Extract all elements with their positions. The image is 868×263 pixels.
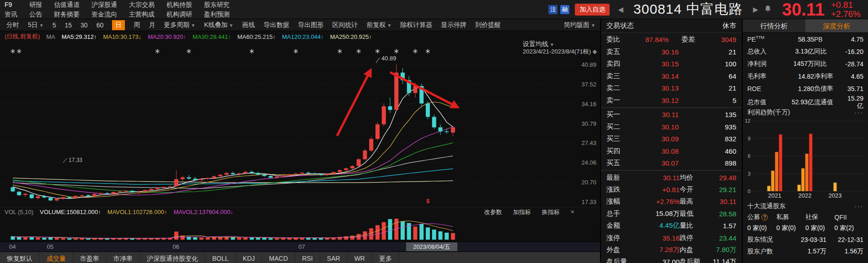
toolbar-到价提醒[interactable]: 到价提醒 — [475, 21, 501, 29]
menu-item-0-2[interactable]: 估值通道 — [54, 0, 80, 10]
time-axis[interactable]: 2023/08/04/五 04050607 — [0, 242, 600, 252]
next-stock-arrow-icon[interactable]: ▶ — [753, 5, 758, 14]
stat-label: 量比 — [680, 221, 708, 230]
indicator-tab-成交量[interactable]: 成交量 — [40, 252, 73, 263]
ma-label: MA — [46, 33, 55, 40]
toolbar-前复权[interactable]: 前复权▼ — [366, 21, 391, 29]
app-root: F9研报估值通道沪深股通大宗交易机构持股股东研究资讯公告财务摘要资金流向主营构成… — [0, 0, 868, 263]
kline-chart-svg[interactable]: 40.8937.5234.1630.7927.4324.0620.7017.33… — [0, 42, 600, 207]
axis-tick-04: 04 — [9, 243, 16, 250]
prev-stock-arrow-icon[interactable]: ◀ — [618, 5, 623, 14]
toolbar-15[interactable]: 15 — [65, 21, 72, 29]
add-watchlist-button[interactable]: 加入自选 — [575, 4, 610, 16]
menu-item-0-0[interactable]: F9 — [5, 0, 17, 10]
menu-item-0-6[interactable]: 股东研究 — [204, 0, 230, 10]
indicator-tab-RSI[interactable]: RSI — [295, 252, 320, 263]
ma-value-2: MA20:30.920↑ — [148, 33, 186, 40]
menu-item-1-6[interactable]: 盈利预测 — [204, 10, 230, 19]
tab-行情分析[interactable]: 行情分析 — [743, 19, 805, 32]
divider — [601, 107, 742, 108]
finance-label: PB — [814, 36, 842, 43]
volume-chart-svg[interactable] — [0, 217, 600, 240]
finance-value: 4.75 — [842, 36, 863, 43]
stat-value: 4.45亿 — [632, 221, 680, 230]
ask-volume: 21 — [679, 84, 736, 92]
ask-label: 卖二 — [606, 84, 633, 92]
vol-action-换指标[interactable]: 换指标 — [542, 208, 560, 216]
chevron-down-icon: ▼ — [387, 23, 391, 28]
more-options-icon[interactable]: ··· — [854, 109, 863, 116]
toolbar-画线[interactable]: 画线 — [242, 21, 255, 29]
indicator-tab-BOLL[interactable]: BOLL — [205, 252, 236, 263]
finance-row-0: PETTM58.35PB4.75 — [743, 33, 868, 45]
menu-item-0-4[interactable]: 大宗交易 — [129, 0, 155, 10]
holder-col-社保: 社保 — [805, 213, 835, 221]
holder-info-label: 股东情况 — [747, 236, 789, 244]
tab-深度分析[interactable]: 深度分析 — [805, 19, 868, 32]
toolbar-月[interactable]: 月 — [149, 21, 155, 29]
ask-label: 卖一 — [606, 96, 633, 105]
menu-item-1-2[interactable]: 财务摘要 — [54, 10, 80, 19]
svg-text:34.16: 34.16 — [581, 101, 596, 107]
toolbar-导出数据[interactable]: 导出数据 — [263, 21, 289, 29]
toolbar-30[interactable]: 30 — [80, 21, 88, 29]
vol-action-改参数[interactable]: 改参数 — [484, 208, 502, 216]
menu-item-1-4[interactable]: 主营构成 — [129, 10, 155, 19]
indicator-tab-KDJ[interactable]: KDJ — [236, 252, 262, 263]
stat-value: 29.48 — [708, 174, 736, 182]
quote-stats: 最新30.11均价29.48涨跌+0.81今开29.21涨幅+2.76%最高30… — [601, 172, 742, 263]
toolbar-K线叠加[interactable]: K线叠加▼ — [204, 21, 233, 29]
indicator-tab-MACD[interactable]: MACD — [262, 252, 295, 263]
menu-item-0-5[interactable]: 机构持股 — [166, 0, 192, 10]
holder-val-2: 0 家(0) — [805, 224, 835, 232]
more-options-icon[interactable]: ··· — [854, 203, 863, 210]
menu-item-0-1[interactable]: 研报 — [29, 0, 42, 10]
event-marker-icon — [357, 49, 361, 54]
toolbar-显示停牌[interactable]: 显示停牌 — [441, 21, 466, 29]
bid-price: 30.08 — [633, 147, 679, 155]
menu-item-1-1[interactable]: 公告 — [29, 10, 42, 19]
toolbar-日[interactable]: 日 — [112, 20, 125, 30]
svg-text:0: 0 — [748, 188, 750, 194]
menu-item-1-0[interactable]: 资讯 — [5, 10, 17, 19]
finance-value: 58.35 — [776, 36, 814, 43]
bid-levels: 买一30.11135买二30.10935买三30.09832买四30.08460… — [601, 109, 742, 170]
indicator-tab-市净率[interactable]: 市净率 — [107, 252, 140, 263]
bid-label: 买一 — [606, 110, 633, 119]
svg-text:9: 9 — [748, 136, 750, 141]
indicator-tab-SAR[interactable]: SAR — [320, 252, 348, 263]
stat-label: 今开 — [680, 185, 708, 194]
toolbar-5[interactable]: 5 — [53, 21, 56, 29]
help-icon[interactable]: ? — [761, 214, 768, 220]
simple-layout-dropdown[interactable]: 简约版面▼ — [564, 21, 595, 29]
toolbar-5日[interactable]: 5日▼ — [28, 21, 44, 29]
menu-item-0-3[interactable]: 沪深股通 — [91, 0, 117, 10]
indicator-tab-沪深股通持股变化[interactable]: 沪深股通持股变化 — [140, 252, 205, 263]
indicator-tab-更多[interactable]: 更多 — [372, 252, 399, 263]
toolbar-区间统计[interactable]: 区间统计 — [332, 21, 358, 29]
toolbar-导出图形[interactable]: 导出图形 — [298, 21, 323, 29]
alert-bell-icon[interactable] — [764, 5, 772, 15]
menu-item-1-5[interactable]: 机构调研 — [166, 10, 192, 19]
ma-indicator-row: (日线,前复权)MAMA5:29.312↑MA10:30.173↓MA20:30… — [0, 31, 600, 42]
toolbar-周[interactable]: 周 — [134, 21, 140, 29]
menu-item-1-3[interactable]: 资金流向 — [91, 10, 117, 19]
kline-chart-area[interactable]: 40.8937.5234.1630.7927.4324.0620.7017.33… — [0, 42, 600, 207]
toolbar-更多周期[interactable]: 更多周期▼ — [164, 21, 195, 29]
change-value: +0.81 — [831, 0, 861, 10]
stat-row-0: 最新30.11均价29.48 — [601, 172, 742, 183]
top-holders-header: 十大流通股东 ··· — [743, 201, 868, 212]
weicha-label: 委差 — [669, 35, 695, 44]
indicator-tab-恢复默认[interactable]: 恢复默认 — [0, 252, 40, 263]
toolbar-分时[interactable]: 分时 — [6, 21, 19, 29]
toolbar-除权计算器[interactable]: 除权计算器 — [400, 21, 432, 29]
trade-status-row: 交易状态 休市 — [601, 19, 742, 33]
indicator-tab-市盈率[interactable]: 市盈率 — [73, 252, 107, 263]
indicator-tab-WR[interactable]: WR — [348, 252, 372, 263]
toolbar-60[interactable]: 60 — [96, 21, 104, 29]
svg-text:12: 12 — [745, 118, 750, 123]
close-icon[interactable]: × — [571, 208, 574, 216]
vol-action-加指标[interactable]: 加指标 — [513, 208, 531, 216]
svg-text:17.33: 17.33 — [581, 199, 596, 205]
stock-header: 注 融 加入自选 ◀ 300814 中富电路 ▶ 30.11 +0.81 +2.… — [548, 0, 868, 19]
